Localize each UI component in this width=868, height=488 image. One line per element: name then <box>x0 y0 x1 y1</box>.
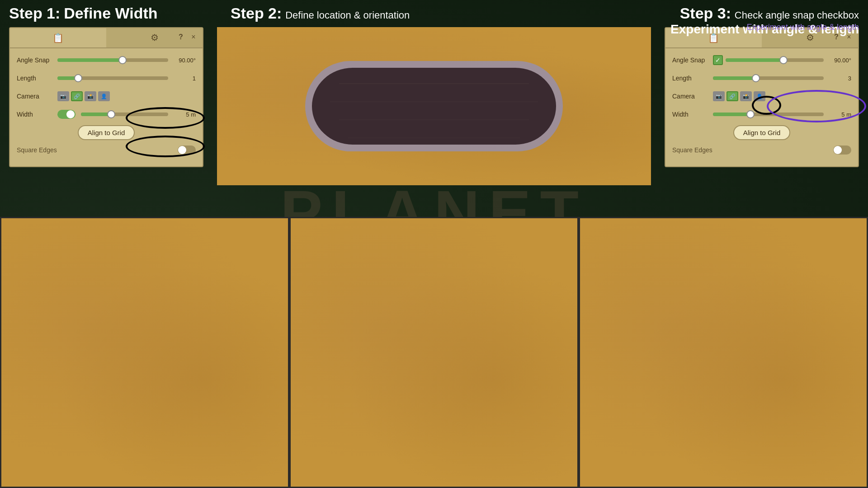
panel3-square-edges-toggle[interactable] <box>833 145 851 155</box>
bottom-panel2-sand <box>291 218 577 487</box>
panel3-width-value: 5 m <box>826 111 851 118</box>
panel3-angle-snap-track <box>726 58 824 62</box>
panel1-camera-icon-snap[interactable]: 📸 <box>85 91 96 101</box>
panel3-length-slider[interactable]: 3 <box>713 75 851 82</box>
panel3-width-slider[interactable]: 5 m <box>713 111 851 118</box>
panel1-camera-icons: 📷 🔗 📸 👤 <box>57 91 110 101</box>
step3-subtitle-white: Check angle snap checkbox <box>735 9 859 21</box>
panel1-camera-icon-link[interactable]: 🔗 <box>71 91 83 101</box>
panel1-angle-snap-thumb[interactable] <box>118 56 127 64</box>
panel1-width-track <box>81 113 168 116</box>
panel1-width-label: Width <box>17 111 57 118</box>
panel3-square-edges-label: Square Edges <box>672 146 712 154</box>
panel3-camera-label: Camera <box>672 93 713 100</box>
panel3-width-row: Width 5 m <box>672 107 851 122</box>
panel1-length-value: 1 <box>171 75 196 82</box>
bottom-panel-2 <box>289 217 579 488</box>
panel3-content: Angle Snap ✓ 90.00° Length 3 <box>665 48 858 161</box>
panel1-square-edges-label: Square Edges <box>17 146 57 154</box>
panel1-align-to-grid-button[interactable]: Align to Grid <box>78 125 135 140</box>
step2-canvas <box>217 27 651 185</box>
step2-subtitle: Define location & orientation <box>285 9 410 21</box>
panel3-length-label: Length <box>672 75 713 82</box>
step2-header: Step 2: Define location & orientation <box>231 5 410 22</box>
panel1-help-button[interactable]: ? <box>175 32 186 42</box>
step2-title: Step 2: <box>231 5 282 22</box>
bottom-section <box>0 217 868 488</box>
panel1-angle-snap-row: Angle Snap 90.00° <box>17 53 196 67</box>
panel1-square-edges-toggle[interactable] <box>178 145 196 155</box>
panel3-angle-snap-fill <box>726 58 784 62</box>
panel3-width-thumb[interactable] <box>746 110 755 118</box>
panel3-length-track <box>713 76 824 80</box>
panel1-camera-row: Camera 📷 🔗 📸 👤 <box>17 89 196 103</box>
panel1-width-row: Width 5 m <box>17 107 196 122</box>
panel3-camera-icon-link[interactable]: 🔗 <box>726 91 738 101</box>
step1-panel: 📋 ⚙ ? × Angle Snap 90.00° Length <box>9 27 203 167</box>
panel3-angle-snap-row: Angle Snap ✓ 90.00° <box>672 53 851 67</box>
panel3-length-value: 3 <box>826 75 851 82</box>
panel1-length-label: Length <box>17 75 57 82</box>
step1-title: Step 1: <box>9 5 60 22</box>
panel1-angle-snap-track <box>57 58 168 62</box>
panel3-square-edges-knob <box>834 146 842 154</box>
panel1-camera-icon-video[interactable]: 📷 <box>57 91 69 101</box>
panel3-square-edges-row: Square Edges <box>672 144 851 156</box>
panel3-angle-snap-thumb[interactable] <box>779 56 788 64</box>
panel1-width-value: 5 m <box>171 111 196 118</box>
svg-rect-1 <box>312 68 556 145</box>
panel1-width-slider[interactable]: 5 m <box>57 110 196 119</box>
bottom-panel1-sand <box>1 218 288 487</box>
panel1-length-track <box>57 76 168 80</box>
panel3-align-to-grid-button[interactable]: Align to Grid <box>733 125 791 140</box>
step3-subtitle-purple-line2: Experiment with angle & length <box>747 23 859 32</box>
panel3-angle-snap-slider[interactable]: 90.00° <box>726 57 851 64</box>
bottom-panel-1 <box>0 217 289 488</box>
panel3-camera-icon-person[interactable]: 👤 <box>754 91 765 101</box>
step1-subtitle: Define Width <box>64 5 157 22</box>
panel1-length-row: Length 1 <box>17 71 196 85</box>
panel3-camera-icon-video[interactable]: 📷 <box>713 91 725 101</box>
panel1-length-slider[interactable]: 1 <box>57 75 196 82</box>
panel1-width-toggle[interactable] <box>57 110 75 119</box>
panel1-width-thumb[interactable] <box>107 110 115 118</box>
panel3-angle-snap-checkbox[interactable]: ✓ <box>713 55 723 65</box>
panel3-width-track <box>713 113 824 116</box>
panel3-align-btn-container: Align to Grid <box>672 125 851 140</box>
panel1-camera-label: Camera <box>17 93 57 100</box>
panel1-tab-list[interactable]: 📋 <box>10 28 106 47</box>
panel3-angle-snap-value: 90.00° <box>826 57 851 64</box>
panel1-angle-snap-slider[interactable]: 90.00° <box>57 57 196 64</box>
panel3-length-row: Length 3 <box>672 71 851 85</box>
panel1-width-toggle-knob <box>66 110 75 118</box>
step1-header: Step 1: Define Width <box>9 5 158 22</box>
panel1-angle-snap-label: Angle Snap <box>17 56 57 64</box>
panel1-camera-icon-person[interactable]: 👤 <box>98 91 110 101</box>
panel1-length-thumb[interactable] <box>74 74 82 82</box>
panel3-length-fill <box>713 76 757 80</box>
step3-panel: 📋 ⚙ ? × Angle Snap ✓ 90.00° Length <box>665 27 859 167</box>
bottom-panel-3 <box>579 217 868 488</box>
panel1-square-edges-knob <box>178 146 186 154</box>
panel3-angle-snap-label: Angle Snap <box>672 56 713 64</box>
panel1-angle-snap-value: 90.00° <box>171 57 196 64</box>
panel3-camera-icons: 📷 🔗 📸 👤 <box>713 91 765 101</box>
panel1-align-btn-container: Align to Grid <box>17 125 196 140</box>
panel3-camera-icon-snap[interactable]: 📸 <box>740 91 752 101</box>
step2-path-shape <box>303 47 565 165</box>
step3-title: Step 3: <box>680 5 731 22</box>
panel1-close-button[interactable]: × <box>188 32 199 42</box>
panel1-angle-snap-fill <box>57 58 124 62</box>
panel1-content: Angle Snap 90.00° Length 1 Camera <box>10 48 203 161</box>
panel3-length-thumb[interactable] <box>752 74 760 82</box>
panel1-square-edges-row: Square Edges <box>17 144 196 156</box>
panel3-camera-row: Camera 📷 🔗 📸 👤 <box>672 89 851 103</box>
panel3-width-label: Width <box>672 111 713 118</box>
bottom-panel3-sand <box>580 218 867 487</box>
panel1-titlebar: 📋 ⚙ ? × <box>10 28 203 48</box>
